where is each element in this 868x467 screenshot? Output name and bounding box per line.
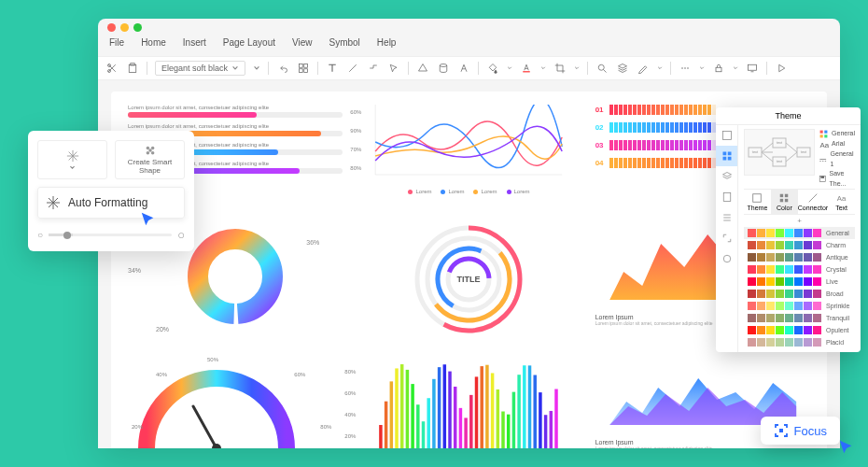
- sb-grid-icon[interactable]: [716, 146, 737, 166]
- svg-rect-37: [432, 379, 436, 448]
- cursor-icon: [838, 439, 855, 456]
- more-icon[interactable]: [679, 62, 692, 75]
- shape-icon[interactable]: [416, 62, 429, 75]
- max-dot[interactable]: [133, 23, 142, 32]
- focus-label: Focus: [794, 424, 827, 438]
- fill-icon[interactable]: [486, 62, 499, 75]
- svg-rect-66: [722, 132, 731, 140]
- line-icon[interactable]: [346, 62, 359, 75]
- svg-point-64: [150, 151, 154, 155]
- sb-style-icon[interactable]: [716, 125, 737, 146]
- progress-bar: Lorem ipsum dolor sit amet, consectetuer…: [128, 105, 343, 118]
- svg-rect-14: [716, 67, 721, 72]
- pen-icon[interactable]: [637, 62, 650, 75]
- svg-rect-53: [518, 375, 522, 448]
- paste-icon[interactable]: [126, 62, 139, 75]
- palette-row[interactable]: Broad: [744, 288, 855, 300]
- svg-rect-90: [785, 194, 788, 197]
- menu-file[interactable]: File: [109, 37, 124, 56]
- donut-label: 36%: [306, 239, 319, 246]
- svg-rect-84: [824, 134, 827, 137]
- menu-symbol[interactable]: Symbol: [329, 37, 360, 56]
- palette-row[interactable]: Charm: [744, 239, 855, 251]
- svg-point-65: [148, 149, 152, 152]
- menu-view[interactable]: View: [292, 37, 313, 56]
- svg-rect-60: [555, 389, 559, 448]
- rainbow-column-chart: 80% 60% 40% 20%: [361, 355, 576, 448]
- menu-insert[interactable]: Insert: [183, 37, 206, 56]
- svg-point-61: [146, 147, 149, 150]
- palette-row[interactable]: Crystal: [744, 263, 855, 276]
- svg-rect-48: [491, 373, 495, 448]
- sb-layers-icon[interactable]: [716, 166, 737, 187]
- palette-row[interactable]: Opulent: [744, 324, 855, 336]
- palette-row[interactable]: Placid: [744, 336, 855, 348]
- grid-icon[interactable]: [297, 62, 310, 75]
- dropdown-icon[interactable]: [253, 64, 260, 72]
- svg-rect-87: [821, 176, 825, 177]
- menu-help[interactable]: Help: [377, 37, 397, 56]
- font-select[interactable]: Elegant soft black: [155, 61, 245, 76]
- add-palette-button[interactable]: +: [744, 214, 855, 227]
- menu-page-layout[interactable]: Page Layout: [223, 37, 275, 56]
- theme-tab-text[interactable]: AaText: [828, 190, 855, 214]
- theme-tab-color[interactable]: Color: [771, 190, 798, 214]
- min-dot[interactable]: [120, 23, 129, 32]
- cut-option[interactable]: [37, 140, 107, 179]
- svg-rect-4: [300, 64, 303, 68]
- svg-text:Aa: Aa: [836, 194, 846, 203]
- palette-row[interactable]: Live: [744, 276, 855, 288]
- crop-icon[interactable]: [553, 62, 567, 75]
- sb-wrench-icon[interactable]: [716, 248, 737, 269]
- layers-icon[interactable]: [616, 62, 629, 75]
- radial-title: TITLE: [457, 275, 481, 284]
- menu-home[interactable]: Home: [141, 37, 166, 56]
- palette-row[interactable]: Antique: [744, 251, 855, 263]
- text-color-icon[interactable]: [520, 62, 533, 75]
- sb-list-icon[interactable]: [716, 207, 737, 228]
- play-icon[interactable]: [775, 62, 788, 75]
- display-icon[interactable]: [746, 62, 759, 75]
- connector-icon[interactable]: [367, 62, 380, 75]
- svg-text:text: text: [752, 149, 759, 154]
- palette-row[interactable]: Tranquil: [744, 312, 855, 324]
- auto-formatting-option[interactable]: Auto Formatting: [37, 187, 185, 219]
- palette-row[interactable]: Sprinkle: [744, 300, 855, 312]
- lock-icon[interactable]: [712, 62, 725, 75]
- theme-quick-item[interactable]: General: [819, 129, 855, 139]
- svg-point-72: [723, 255, 731, 262]
- theme-preview: texttexttexttext: [744, 129, 815, 176]
- svg-rect-30: [396, 368, 399, 448]
- cut-icon[interactable]: [105, 62, 119, 75]
- pointer-icon[interactable]: [387, 62, 400, 75]
- data-icon[interactable]: [437, 62, 450, 75]
- sb-page-icon[interactable]: [716, 187, 737, 207]
- smart-shape-option[interactable]: Create Smart Shape: [115, 140, 185, 179]
- gauge-chart: 0% 20% 40% 50% 60% 80% 100%: [128, 355, 343, 448]
- theme-tab-connector[interactable]: Connector: [798, 190, 828, 214]
- text2-icon[interactable]: [457, 62, 470, 75]
- svg-rect-34: [416, 404, 420, 448]
- svg-point-8: [440, 64, 447, 67]
- focus-button[interactable]: Focus: [761, 417, 840, 445]
- undo-icon[interactable]: [276, 62, 289, 75]
- palette-row[interactable]: General: [744, 227, 855, 239]
- svg-point-13: [687, 67, 689, 69]
- svg-point-11: [681, 67, 683, 69]
- svg-rect-59: [550, 411, 553, 448]
- spacing-slider[interactable]: ○ ○: [37, 228, 185, 242]
- svg-rect-52: [512, 392, 516, 448]
- close-dot[interactable]: [107, 23, 116, 32]
- svg-rect-35: [422, 421, 426, 448]
- svg-rect-67: [722, 152, 726, 156]
- sb-expand-icon[interactable]: [716, 228, 737, 248]
- theme-tab-theme[interactable]: Theme: [744, 190, 771, 214]
- svg-rect-6: [300, 69, 303, 73]
- theme-quick-item[interactable]: General 1: [819, 149, 855, 169]
- theme-quick-item[interactable]: AaArial: [819, 139, 855, 149]
- theme-quick-item[interactable]: Save The...: [819, 169, 855, 189]
- search-icon[interactable]: [595, 62, 609, 75]
- toolbar: Elegant soft black: [98, 56, 840, 80]
- text-icon[interactable]: [326, 62, 339, 75]
- svg-rect-7: [304, 69, 308, 73]
